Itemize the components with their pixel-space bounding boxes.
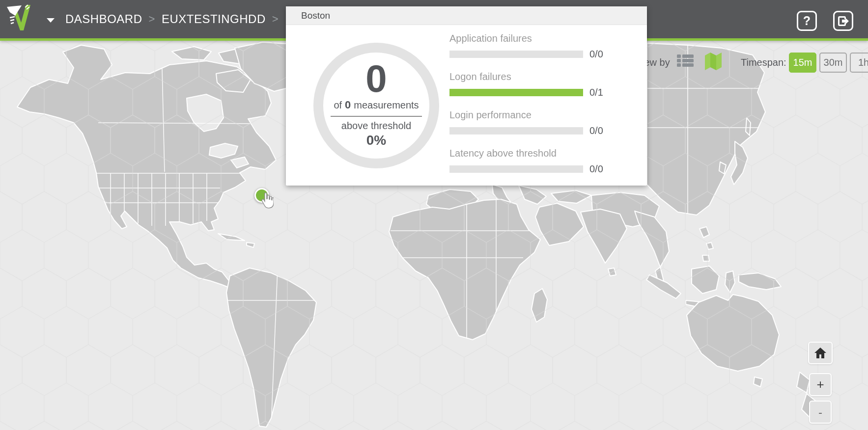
timespan-1h-button[interactable]: 1h [850, 53, 868, 73]
breadcrumb-dashboard[interactable]: DASHBOARD [65, 12, 142, 26]
logout-icon [838, 16, 849, 27]
home-icon [814, 348, 826, 358]
metric-value: 0/0 [589, 125, 603, 136]
location-popup: Boston 0 of 0 measurements above thresho… [286, 6, 647, 186]
metric-row-latency-above-threshold: Latency above threshold 0/0 [449, 148, 636, 175]
metric-value: 0/1 [589, 87, 603, 98]
timespan-30m-button[interactable]: 30m [819, 53, 847, 73]
app-window: DASHBOARD > EUXTESTINGHDD > ? View by Ti… [0, 0, 868, 430]
metric-bar [449, 89, 583, 96]
metric-bar [449, 165, 583, 173]
metric-label: Login performance [449, 109, 636, 121]
gauge-divider [331, 116, 422, 117]
breadcrumb-separator: > [149, 13, 155, 26]
metric-value: 0/0 [589, 49, 603, 60]
popup-header: Boston [286, 6, 647, 25]
threshold-gauge: 0 of 0 measurements above threshold 0% [313, 43, 439, 168]
metric-row-logon-failures: Logon failures 0/1 [449, 71, 636, 98]
metric-bar [449, 127, 583, 134]
gauge-measurements-line: of 0 measurements [334, 99, 419, 111]
timespan-15m-button[interactable]: 15m [789, 53, 816, 73]
gauge-total-value: 0 [345, 99, 351, 111]
popup-title: Boston [301, 10, 330, 21]
nav-dropdown-caret-icon[interactable] [47, 18, 55, 23]
logout-button[interactable] [833, 11, 853, 31]
metric-bar [449, 51, 583, 58]
gauge-percent: 0% [366, 133, 386, 148]
help-button[interactable]: ? [797, 11, 817, 31]
metric-label: Application failures [449, 33, 636, 45]
breadcrumb-euxtestinghdd[interactable]: EUXTESTINGHDD [162, 12, 266, 26]
metric-value: 0/0 [589, 163, 603, 175]
gauge-of-text: of [334, 100, 342, 111]
list-view-icon[interactable] [677, 54, 694, 68]
breadcrumb-separator: > [272, 13, 279, 26]
map-home-button[interactable] [808, 342, 833, 364]
gauge-measurements-text: measurements [354, 100, 419, 111]
map-view-icon[interactable] [704, 52, 722, 70]
metric-label: Logon failures [449, 71, 636, 83]
metric-row-application-failures: Application failures 0/0 [449, 33, 636, 60]
gauge-above-threshold-text: above threshold [341, 120, 411, 132]
breadcrumb: DASHBOARD > EUXTESTINGHDD > [65, 0, 285, 38]
metrics-list: Application failures 0/0 Logon failures … [449, 33, 636, 186]
map-zoom-in-button[interactable]: + [809, 373, 832, 396]
metric-label: Latency above threshold [449, 148, 636, 160]
timespan-label: Timespan: [741, 57, 786, 68]
map-marker-boston[interactable] [254, 188, 269, 203]
metric-row-login-performance: Login performance 0/0 [449, 109, 636, 136]
map-zoom-out-button[interactable]: - [809, 401, 832, 424]
gauge-value: 0 [365, 60, 387, 97]
app-logo[interactable] [5, 3, 31, 35]
